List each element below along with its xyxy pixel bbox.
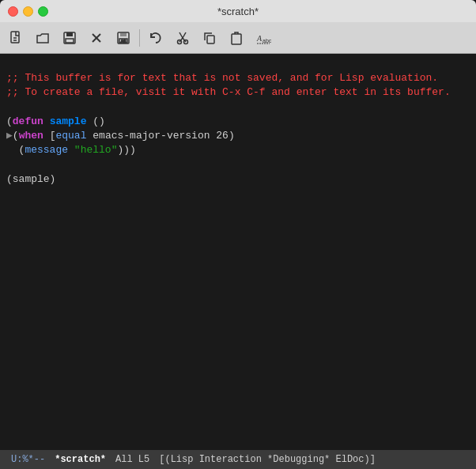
- toolbar: AS A: [0, 22, 476, 54]
- undo-button[interactable]: [143, 26, 168, 50]
- minimize-button[interactable]: [23, 6, 33, 17]
- when-keyword: when: [19, 130, 43, 142]
- sample-call: (sample): [6, 173, 55, 185]
- spell-check-button[interactable]: A abc: [251, 26, 276, 50]
- status-mode-line: [(Lisp Interaction *Debugging* ElDoc)]: [154, 454, 380, 465]
- close-icon: [89, 30, 104, 46]
- defun-keyword: defun: [13, 115, 43, 127]
- window-controls: [8, 6, 48, 17]
- message-builtin: message: [25, 144, 68, 156]
- open-icon: [35, 30, 51, 46]
- paste-button[interactable]: [224, 26, 249, 50]
- equal-builtin: equal: [55, 130, 86, 142]
- svg-rect-18: [207, 36, 214, 43]
- svg-text:A: A: [256, 34, 263, 43]
- save-as-button[interactable]: AS: [111, 26, 136, 50]
- svg-text:abc: abc: [263, 38, 271, 43]
- status-position: All L5: [111, 454, 154, 465]
- cut-button[interactable]: [170, 26, 195, 50]
- defun-line: (defun sample (): [6, 115, 105, 127]
- close-file-button[interactable]: [84, 26, 109, 50]
- editor-content: ;; This buffer is for text that is not s…: [6, 57, 470, 201]
- copy-icon: [202, 30, 217, 46]
- open-file-button[interactable]: [30, 26, 55, 50]
- copy-button[interactable]: [197, 26, 222, 50]
- svg-rect-19: [232, 34, 241, 44]
- arrow-indicator: ▶: [6, 130, 13, 142]
- maximize-button[interactable]: [38, 6, 48, 17]
- cut-icon: [175, 30, 191, 46]
- status-buffer-name: *scratch*: [50, 454, 111, 465]
- spell-icon: A abc: [255, 30, 271, 46]
- svg-line-16: [179, 32, 183, 38]
- title-bar: *scratch*: [0, 0, 476, 22]
- svg-line-17: [183, 32, 186, 38]
- svg-text:AS: AS: [121, 39, 127, 43]
- hello-string: "hello": [74, 144, 118, 156]
- new-file-icon: [8, 30, 24, 46]
- svg-rect-9: [120, 32, 127, 36]
- window-title: *scratch*: [217, 6, 259, 17]
- function-name: sample: [50, 115, 87, 127]
- svg-rect-4: [66, 32, 73, 36]
- save-icon: [62, 30, 77, 46]
- svg-rect-5: [66, 39, 74, 43]
- editor-area[interactable]: ;; This buffer is for text that is not s…: [0, 54, 476, 450]
- comment-line-1: ;; This buffer is for text that is not s…: [6, 72, 438, 84]
- new-file-button[interactable]: [3, 26, 28, 50]
- paste-icon: [229, 30, 244, 46]
- close-button[interactable]: [8, 6, 18, 17]
- status-mode: U:%*--: [6, 454, 50, 465]
- toolbar-separator-1: [139, 29, 140, 47]
- save-button[interactable]: [57, 26, 82, 50]
- when-line: ▶(when [equal emacs-major-version 26): [6, 130, 235, 142]
- comment-line-2: ;; To create a file, visit it with C-x C…: [6, 86, 451, 98]
- status-bar: U:%*-- *scratch* All L5 [(Lisp Interacti…: [0, 450, 476, 469]
- save-as-icon: AS: [115, 30, 131, 46]
- undo-icon: [148, 30, 164, 46]
- svg-rect-0: [11, 32, 19, 43]
